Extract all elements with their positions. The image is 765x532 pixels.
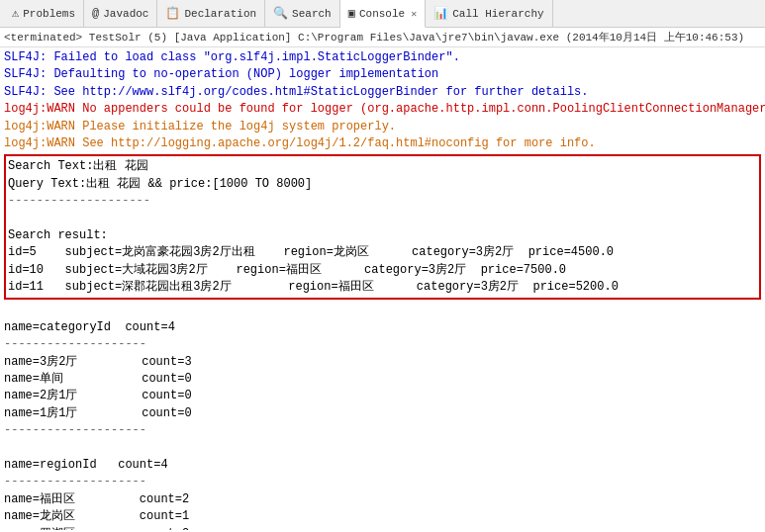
- tab-javadoc[interactable]: @ Javadoc: [84, 0, 157, 28]
- region-row: name=龙岗区 count=1: [4, 508, 761, 525]
- divider: --------------------: [8, 193, 757, 210]
- declaration-icon: 📋: [165, 6, 180, 21]
- log-line: SLF4J: Failed to load class "org.slf4j.i…: [4, 49, 761, 66]
- tab-problems[interactable]: ⚠ Problems: [4, 0, 84, 28]
- log-line: SLF4J: Defaulting to no-operation (NOP) …: [4, 66, 761, 83]
- tab-callhierarchy-label: Call Hierarchy: [452, 8, 543, 20]
- tab-callhierarchy[interactable]: 📊 Call Hierarchy: [426, 0, 552, 28]
- region-id-line: name=regionId count=4: [4, 457, 761, 474]
- status-bar: <terminated> TestSolr (5) [Java Applicat…: [0, 28, 765, 47]
- callhierarchy-icon: 📊: [433, 6, 448, 21]
- tab-javadoc-label: Javadoc: [103, 8, 148, 20]
- tab-problems-label: Problems: [23, 8, 75, 20]
- blank-line: [8, 211, 757, 227]
- region-row: name=福田区 count=2: [4, 491, 761, 508]
- tab-search-label: Search: [292, 8, 332, 20]
- search-icon: 🔍: [273, 6, 288, 21]
- result-row-2: id=10 subject=大域花园3房2厅 region=福田区 catego…: [8, 262, 757, 279]
- divider: --------------------: [4, 422, 761, 439]
- category-row: name=1房1厅 count=0: [4, 405, 761, 422]
- tab-console[interactable]: ▣ Console ✕: [340, 0, 426, 28]
- log-line: log4j:WARN No appenders could be found f…: [4, 101, 761, 118]
- category-id-line: name=categoryId count=4: [4, 319, 761, 336]
- search-result-label: Search result:: [8, 227, 757, 244]
- console-output[interactable]: SLF4J: Failed to load class "org.slf4j.i…: [0, 47, 765, 530]
- after-line: [4, 302, 761, 318]
- tab-declaration[interactable]: 📋 Declaration: [157, 0, 265, 28]
- tab-declaration-label: Declaration: [184, 8, 256, 20]
- console-close-icon[interactable]: ✕: [411, 8, 417, 20]
- divider: --------------------: [4, 336, 761, 353]
- tab-console-label: Console: [359, 8, 405, 20]
- log-line: log4j:WARN Please initialize the log4j s…: [4, 119, 761, 135]
- status-text: <terminated> TestSolr (5) [Java Applicat…: [4, 32, 744, 44]
- category-row: name=2房1厅 count=0: [4, 388, 761, 404]
- result-row-1: id=5 subject=龙岗富豪花园3房2厅出租 region=龙岗区 cat…: [8, 244, 757, 261]
- region-row: name=罗湖区 count=0: [4, 526, 761, 530]
- result-row-3: id=11 subject=深郡花园出租3房2厅 region=福田区 cate…: [8, 279, 757, 296]
- log-line: SLF4J: See http://www.slf4j.org/codes.ht…: [4, 84, 761, 101]
- tab-search[interactable]: 🔍 Search: [265, 0, 340, 28]
- category-row: name=3房2厅 count=3: [4, 354, 761, 371]
- javadoc-icon: @: [92, 7, 99, 21]
- category-row: name=单间 count=0: [4, 371, 761, 388]
- query-text-line: Query Text:出租 花园 && price:[1000 TO 8000]: [8, 176, 757, 193]
- tab-bar: ⚠ Problems @ Javadoc 📋 Declaration 🔍 Sea…: [0, 0, 765, 28]
- log-line: log4j:WARN See http://logging.apache.org…: [4, 135, 761, 152]
- search-text-line: Search Text:出租 花园: [8, 158, 757, 175]
- blank-line: [4, 440, 761, 457]
- divider: --------------------: [4, 474, 761, 490]
- problems-icon: ⚠: [12, 6, 19, 21]
- console-icon: ▣: [348, 6, 355, 21]
- search-result-box: Search Text:出租 花园 Query Text:出租 花园 && pr…: [4, 154, 761, 300]
